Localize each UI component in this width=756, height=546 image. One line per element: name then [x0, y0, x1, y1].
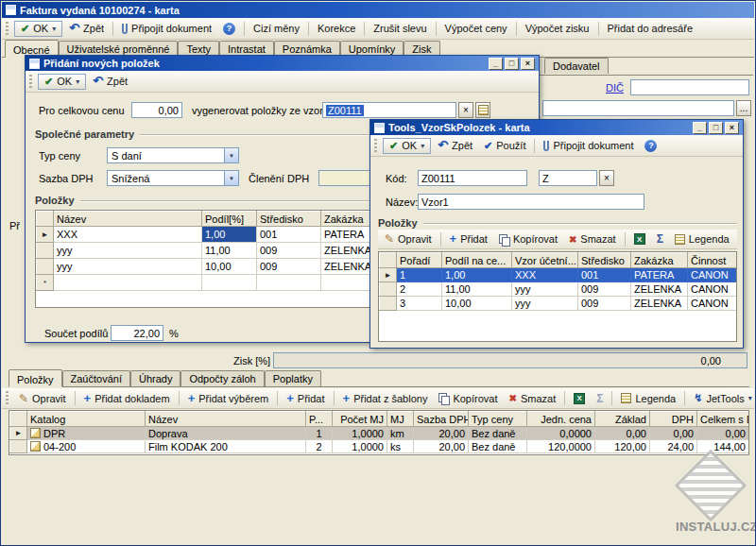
column-header[interactable]: Celkem s D... [697, 412, 749, 427]
sum-button[interactable]: Σ [652, 230, 668, 247]
table-cell[interactable]: ZELENKA [631, 297, 688, 311]
copy-item-button[interactable]: Kopírovat [494, 231, 562, 247]
table-cell[interactable]: 24,00 [650, 440, 697, 453]
column-header[interactable]: DPH [650, 412, 697, 427]
table-cell[interactable]: 0,00 [697, 427, 749, 440]
column-header[interactable]: Pořadí [397, 253, 442, 268]
add-from-template-button[interactable]: + Přidat z šablony [338, 391, 433, 406]
toolbar-grip[interactable] [29, 75, 32, 89]
total-price-input[interactable]: 0,00 [131, 102, 182, 118]
row-selector-header[interactable] [37, 212, 54, 227]
table-cell[interactable]: km [387, 427, 414, 440]
table-cell[interactable]: 1,0000 [333, 427, 387, 440]
table-cell[interactable]: XXX [512, 268, 578, 282]
correction-button[interactable]: Korekce [313, 21, 360, 36]
column-header[interactable]: Katalog [27, 412, 146, 427]
add-items-titlebar[interactable]: Přidání nových položek _ □ × [26, 56, 539, 71]
table-cell[interactable]: yyy [54, 259, 202, 275]
column-header[interactable]: P... [306, 412, 333, 427]
table-cell[interactable]: CANON [688, 297, 737, 311]
table-row[interactable]: 3 10,00 yyy 009 ZELENKA CANON [380, 297, 737, 311]
row-selector[interactable]: ► [37, 227, 54, 243]
table-cell[interactable]: 144,00 [697, 440, 749, 453]
column-header[interactable]: Počet MJ [333, 412, 387, 427]
table-cell[interactable]: CANON [688, 282, 737, 297]
minimize-button[interactable]: _ [489, 58, 503, 70]
table-cell[interactable]: 0,00 [595, 427, 650, 440]
table-cell[interactable]: 120,0000 [527, 440, 595, 453]
table-cell-selected[interactable]: 1,00 [202, 227, 257, 243]
column-header[interactable]: Středisko [257, 212, 321, 227]
column-header[interactable]: Základ [595, 412, 650, 427]
export-excel-button[interactable]: X [629, 231, 650, 247]
row-selector-header[interactable] [10, 412, 27, 427]
table-cell[interactable]: 1 [306, 427, 333, 440]
row-selector[interactable]: ► [380, 268, 397, 282]
tools-titlebar[interactable]: Tools_VzorSkPolozek - karta _ □ × [370, 120, 743, 135]
column-header[interactable]: Název [54, 212, 202, 227]
close-button[interactable]: × [521, 58, 535, 70]
tab-zauctovani[interactable]: Zaúčtování [62, 370, 130, 386]
column-header[interactable]: Podíl[%] [202, 212, 257, 227]
add-by-document-button[interactable]: + Přidat dokladem [79, 391, 175, 406]
clear-template-button[interactable]: × [458, 102, 473, 118]
code-suffix-input[interactable]: Z [539, 170, 597, 186]
table-cell[interactable]: 0,0000 [527, 427, 595, 440]
attach-document-button[interactable]: Připojit dokument [539, 138, 638, 153]
back-button[interactable]: ↶ Zpět [88, 74, 132, 89]
column-header[interactable]: Vzor účetní... [512, 253, 578, 268]
attach-document-button[interactable]: Připojit dokument [117, 21, 216, 36]
new-row-marker[interactable]: * [37, 275, 54, 291]
table-cell[interactable]: 3 [397, 297, 442, 311]
template-list-button[interactable] [475, 102, 490, 118]
edit-item-button[interactable]: ✎ Opravit [14, 390, 71, 407]
table-cell[interactable] [202, 275, 257, 291]
template-code-input[interactable]: Z00111 [322, 102, 456, 118]
table-cell[interactable]: 009 [257, 259, 321, 275]
row-selector[interactable] [37, 243, 54, 259]
price-calculation-button[interactable]: Výpočet ceny [440, 21, 512, 36]
table-row[interactable]: 04-200 Film KODAK 200 2 1,0000 ks 20,00 … [10, 440, 749, 453]
table-cell[interactable]: Film KODAK 200 [146, 440, 306, 453]
table-cell[interactable]: 009 [578, 297, 631, 311]
table-cell[interactable]: 1 [397, 268, 442, 282]
row-selector-header[interactable] [380, 253, 397, 268]
table-cell[interactable]: 2 [306, 440, 333, 453]
main-window-titlebar[interactable]: Faktura vydaná 10100274 - karta [2, 2, 754, 18]
copy-item-button[interactable]: Kopírovat [434, 391, 502, 406]
row-selector[interactable] [380, 282, 397, 297]
table-row-selected[interactable]: ► 1 1,00 XXX 001 PATERA CANON [380, 268, 737, 282]
name-input[interactable]: Vzor1 [418, 194, 644, 210]
table-cell[interactable]: 009 [257, 243, 321, 259]
table-cell[interactable]: Bez daně [469, 427, 527, 440]
cancel-discount-button[interactable]: Zrušit slevu [369, 21, 431, 36]
maximize-button[interactable]: □ [505, 58, 519, 70]
profit-calculation-button[interactable]: Výpočet zisku [521, 21, 594, 36]
dic-input[interactable] [630, 79, 749, 95]
ok-button[interactable]: ✔ OK ▾ [383, 138, 431, 154]
table-cell[interactable]: 009 [578, 282, 631, 297]
table-cell[interactable]: 11,00 [442, 282, 512, 297]
table-cell[interactable]: ZELENKA [631, 282, 688, 297]
column-header[interactable]: Typ ceny [469, 412, 527, 427]
edit-item-button[interactable]: ✎ Opravit [380, 230, 437, 247]
table-cell[interactable]: 0,00 [650, 427, 697, 440]
table-cell[interactable]: 1,0000 [333, 440, 387, 453]
foreign-currency-button[interactable]: Cizí měny [249, 21, 304, 36]
add-to-addressbook-button[interactable]: Přidat do adresáře [603, 21, 698, 36]
table-cell[interactable]: DPR [27, 427, 146, 440]
tab-dodavatel[interactable]: Dodavatel [544, 58, 609, 74]
table-cell[interactable]: 1,00 [442, 268, 512, 282]
table-cell[interactable]: Bez daně [469, 440, 527, 453]
table-cell[interactable]: yyy [512, 282, 578, 297]
column-header[interactable]: Sazba DPH [414, 412, 469, 427]
table-cell[interactable]: yyy [54, 243, 202, 259]
row-selector[interactable] [380, 297, 397, 311]
table-row[interactable]: 2 11,00 yyy 009 ZELENKA CANON [380, 282, 737, 297]
column-header[interactable]: Zakázka [631, 253, 688, 268]
browse-button[interactable]: ... [736, 100, 751, 116]
table-cell[interactable]: CANON [688, 268, 737, 282]
vat-rate-select[interactable]: Snížená ▼ [107, 170, 239, 186]
code-input[interactable]: Z00111 [418, 170, 527, 186]
table-cell[interactable]: 10,00 [202, 259, 257, 275]
